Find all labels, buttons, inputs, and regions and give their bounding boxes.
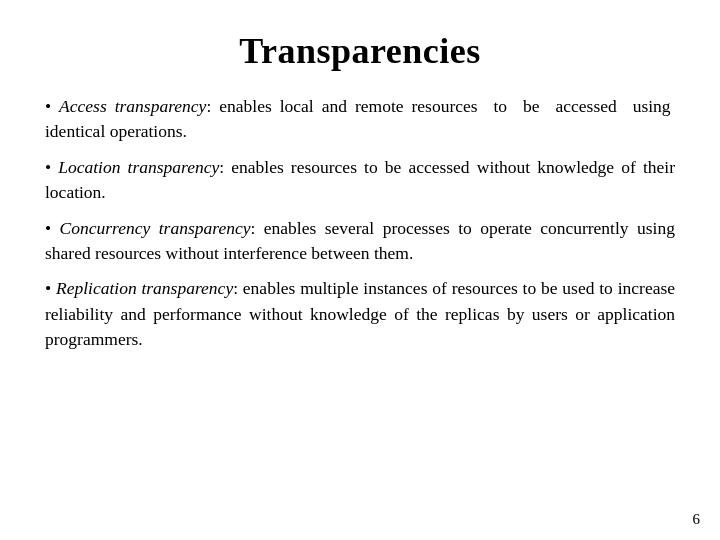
bullet-location: • Location transparency: enables resourc… (45, 155, 675, 206)
bullet-dot: • (45, 96, 59, 116)
bullet-concurrency-italic: Concurrency transparency (60, 218, 251, 238)
bullet-dot: • (45, 218, 60, 238)
bullet-access-italic: Access transparency (59, 96, 206, 116)
bullet-dot: • (45, 157, 58, 177)
slide-container: Transparencies • Access transparency: en… (0, 0, 720, 540)
bullet-concurrency: • Concurrency transparency: enables seve… (45, 216, 675, 267)
page-number: 6 (693, 511, 701, 528)
bullet-location-italic: Location transparency (58, 157, 219, 177)
bullet-replication-italic: Replication transparency (56, 278, 233, 298)
slide-title: Transparencies (45, 30, 675, 72)
slide-content: • Access transparency: enables local and… (45, 94, 675, 510)
bullet-dot: • (45, 278, 56, 298)
bullet-replication: • Replication transparency: enables mult… (45, 276, 675, 352)
bullet-access: • Access transparency: enables local and… (45, 94, 675, 145)
